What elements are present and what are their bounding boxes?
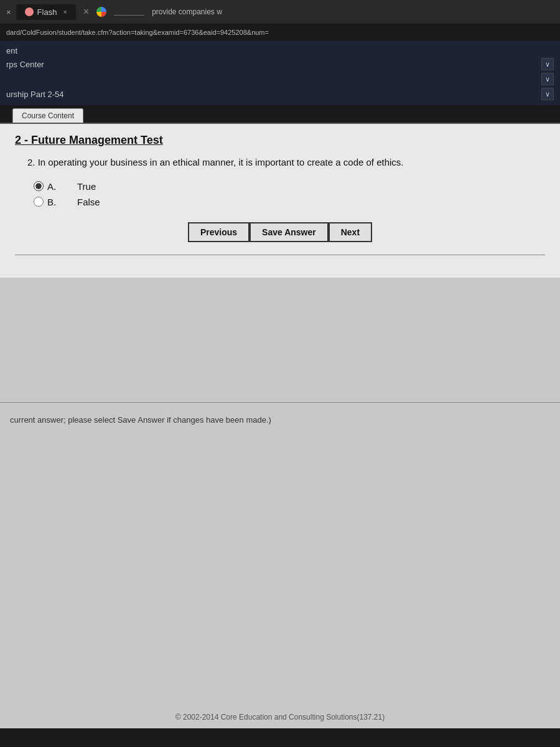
gray-middle-area (0, 278, 560, 402)
google-icon (96, 7, 106, 17)
option-b-radio[interactable] (34, 197, 44, 207)
buttons-row: Previous Save Answer Next (15, 222, 545, 242)
nav-row-1: ent (6, 45, 554, 57)
tab1-close-btn[interactable]: × (63, 8, 67, 16)
option-b-letter: B. (47, 197, 56, 207)
taskbar (0, 728, 560, 747)
answer-options: A. True B. False (15, 181, 545, 207)
nav-row2-dropdown[interactable]: ∨ (541, 58, 554, 70)
previous-button[interactable]: Previous (188, 222, 250, 242)
nav-row4-label: urship Part 2-54 (6, 90, 541, 99)
nav-row4-dropdown[interactable]: ∨ (541, 88, 554, 100)
nav-row3-dropdown[interactable]: ∨ (541, 73, 554, 85)
separator-1 (15, 255, 545, 255)
nav-row2-label: rps Center (6, 60, 541, 69)
copyright-text: © 2002-2014 Core Education and Consultin… (175, 713, 385, 721)
answer-row-b: B. False (34, 197, 545, 207)
nav-row1-label: ent (6, 46, 554, 55)
save-answer-button[interactable]: Save Answer (250, 222, 329, 242)
browser-chrome: × Flash × × ________ provide companies w (0, 0, 560, 24)
nav-row-3[interactable]: ∨ (6, 72, 554, 87)
footer: © 2002-2014 Core Education and Consultin… (0, 705, 560, 728)
dropdown3-icon: ∨ (545, 75, 550, 83)
tab-divider: × (83, 6, 89, 17)
answer-row-a: A. True (34, 181, 545, 192)
tab1[interactable]: Flash × (16, 4, 76, 20)
address-text: dard/ColdFusion/student/take.cfm?action=… (6, 29, 269, 36)
question-text: 2. In operating your business in an ethi… (15, 156, 545, 170)
tab2-search-text: provide companies w (152, 7, 222, 16)
option-b-text: False (77, 197, 100, 207)
course-content-tab-label: Course Content (22, 111, 74, 120)
course-content-tab[interactable]: Course Content (12, 108, 83, 123)
tab1-icon (25, 7, 34, 16)
option-a-text: True (77, 181, 96, 192)
tab1-label: Flash (37, 7, 57, 17)
status-area: current answer; please select Save Answe… (0, 403, 560, 477)
option-a-letter: A. (47, 181, 56, 192)
status-text: current answer; please select Save Answe… (10, 415, 550, 425)
option-a-label[interactable]: A. (34, 181, 58, 192)
option-b-label[interactable]: B. (34, 197, 58, 207)
exam-title: 2 - Future Management Test (15, 134, 545, 147)
next-button[interactable]: Next (329, 222, 372, 242)
option-a-radio[interactable] (34, 181, 44, 191)
nav-row-2[interactable]: rps Center ∨ (6, 57, 554, 72)
nav-panel: ent rps Center ∨ ∨ urship Part 2-54 ∨ (0, 41, 560, 105)
question-body: In operating your business in an ethical… (38, 157, 404, 167)
main-content: 2 - Future Management Test 2. In operati… (0, 123, 560, 278)
address-underline: ________ (114, 8, 144, 16)
dropdown4-icon: ∨ (545, 90, 550, 98)
nav-row-4[interactable]: urship Part 2-54 ∨ (6, 87, 554, 101)
address-bar: dard/ColdFusion/student/take.cfm?action=… (0, 24, 560, 41)
dropdown2-icon: ∨ (545, 60, 550, 68)
tab1-close-x[interactable]: × (6, 7, 11, 17)
tab-row: Course Content (0, 105, 560, 123)
question-number: 2. (27, 157, 35, 167)
